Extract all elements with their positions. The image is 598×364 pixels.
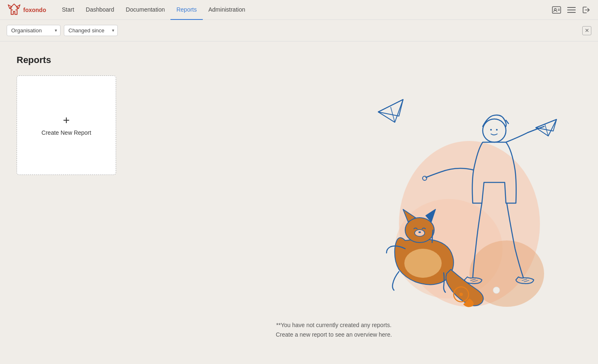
svg-point-17 bbox=[483, 119, 506, 142]
changed-since-select-wrapper: Changed since bbox=[64, 25, 118, 36]
user-card-icon[interactable] bbox=[552, 5, 562, 15]
create-card-label: Create New Report bbox=[41, 129, 91, 136]
main-content: Reports + Create New Report bbox=[0, 41, 598, 364]
illustration-area bbox=[333, 75, 573, 357]
organisation-select[interactable]: Organisation bbox=[7, 25, 61, 36]
plus-icon: + bbox=[63, 114, 70, 126]
nav-start[interactable]: Start bbox=[56, 0, 80, 20]
close-icon: ✕ bbox=[585, 27, 589, 34]
nav-administration[interactable]: Administration bbox=[203, 0, 251, 20]
filter-bar: Organisation Changed since ✕ bbox=[0, 20, 598, 41]
svg-rect-5 bbox=[552, 7, 561, 13]
create-new-report-card[interactable]: + Create New Report bbox=[17, 75, 116, 175]
organisation-select-wrapper: Organisation bbox=[7, 25, 61, 36]
svg-point-1 bbox=[12, 9, 13, 10]
filter-bar-right: ✕ bbox=[582, 26, 591, 35]
nav-dashboard[interactable]: Dashboard bbox=[80, 0, 120, 20]
svg-marker-4 bbox=[16, 5, 20, 8]
nav-links: Start Dashboard Documentation Reports Ad… bbox=[56, 0, 548, 20]
svg-point-2 bbox=[15, 9, 17, 10]
logout-icon[interactable] bbox=[581, 5, 591, 15]
svg-marker-3 bbox=[8, 5, 12, 8]
navbar: foxondo Start Dashboard Documentation Re… bbox=[0, 0, 598, 20]
svg-point-19 bbox=[496, 129, 498, 131]
logo-text: foxondo bbox=[23, 7, 46, 13]
page-title: Reports bbox=[17, 55, 581, 66]
empty-state-text: **You have not currently created any rep… bbox=[276, 320, 392, 339]
nav-right bbox=[552, 5, 591, 15]
nav-documentation[interactable]: Documentation bbox=[120, 0, 170, 20]
empty-line1: **You have not currently created any rep… bbox=[276, 320, 392, 330]
svg-marker-0 bbox=[10, 4, 19, 14]
svg-point-18 bbox=[490, 129, 492, 131]
changed-since-select[interactable]: Changed since bbox=[64, 25, 118, 36]
empty-line2: Create a new report to see an overview h… bbox=[276, 330, 392, 339]
menu-icon[interactable] bbox=[566, 5, 576, 15]
svg-point-34 bbox=[459, 293, 463, 296]
close-filter-button[interactable]: ✕ bbox=[582, 26, 591, 35]
svg-point-35 bbox=[493, 287, 500, 294]
svg-point-31 bbox=[418, 231, 421, 233]
svg-point-32 bbox=[404, 249, 442, 278]
nav-reports[interactable]: Reports bbox=[170, 0, 202, 20]
logo[interactable]: foxondo bbox=[7, 2, 46, 17]
